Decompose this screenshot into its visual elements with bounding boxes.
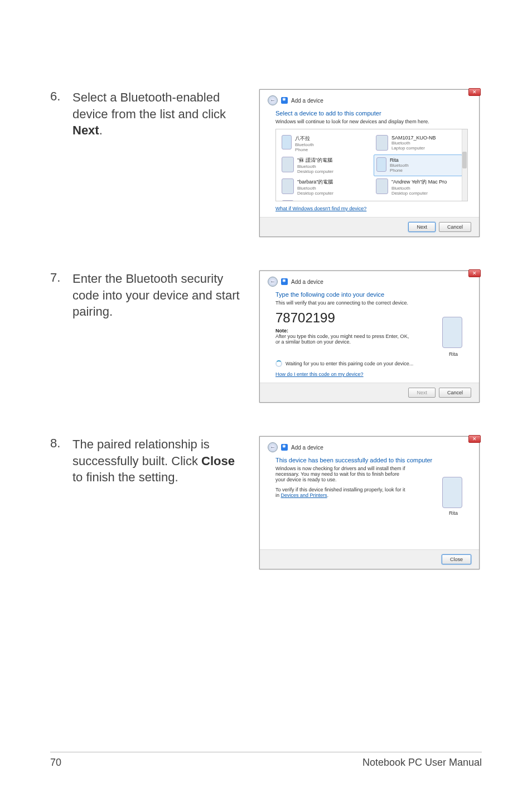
dialog-title: Add a device bbox=[291, 279, 323, 285]
waiting-text: Waiting for you to enter this pairing co… bbox=[286, 361, 413, 366]
dialog-title: Add a device bbox=[291, 98, 323, 104]
add-device-dialog-3: ✕ ← Add a device This device has been su… bbox=[259, 436, 480, 569]
phone-icon bbox=[442, 477, 462, 508]
laptop-icon bbox=[376, 135, 388, 151]
body-text-1: Windows is now checking for drivers and … bbox=[275, 466, 409, 482]
back-icon[interactable]: ← bbox=[268, 95, 278, 105]
dialog-subtext: Windows will continue to look for new de… bbox=[275, 119, 468, 124]
add-device-dialog-2: ✕ ← Add a device Type the following code… bbox=[259, 270, 480, 403]
scrollbar[interactable] bbox=[462, 129, 467, 201]
cancel-button[interactable]: Cancel bbox=[439, 388, 471, 398]
dialog-instruction: Select a device to add to this computer bbox=[275, 110, 468, 117]
close-icon[interactable]: ✕ bbox=[468, 88, 481, 96]
bluetooth-icon bbox=[281, 444, 288, 451]
page-number: 70 bbox=[50, 757, 61, 769]
phone-icon bbox=[282, 135, 292, 149]
step-7-text: Enter the Bluetooth security code into y… bbox=[72, 270, 259, 320]
phone-icon bbox=[376, 157, 386, 172]
manual-title: Notebook PC User Manual bbox=[362, 757, 482, 769]
how-to-enter-link[interactable]: How do I enter this code on my device? bbox=[275, 371, 364, 377]
desktop-icon bbox=[282, 157, 294, 172]
phone-icon bbox=[442, 317, 462, 348]
bluetooth-icon bbox=[281, 278, 288, 285]
device-item[interactable]: "Andrew Yeh"的 Mac Pro Bluetooth Desktop … bbox=[374, 176, 462, 198]
desktop-icon bbox=[376, 178, 388, 194]
dialog-header: ← Add a device bbox=[260, 271, 479, 289]
dialog-instruction: This device has been successfully added … bbox=[275, 457, 468, 463]
note-label: Note: bbox=[275, 328, 468, 334]
bluetooth-icon bbox=[281, 97, 288, 104]
device-list: 八不拉 Bluetooth Phone SAM1017_KUO-NB Bluet… bbox=[275, 129, 468, 201]
dialog-instruction: Type the following code into your device bbox=[275, 291, 468, 298]
what-if-link[interactable]: What if Windows doesn't find my device? bbox=[275, 206, 366, 211]
device-item[interactable]: "barbara"的電腦 Bluetooth Desktop computer bbox=[279, 176, 368, 198]
dialog-subtext: This will verify that you are connecting… bbox=[275, 300, 468, 306]
step-7-number: 7. bbox=[50, 270, 72, 285]
laptop-icon bbox=[282, 200, 294, 201]
next-button: Next bbox=[408, 388, 436, 398]
step-7: 7. Enter the Bluetooth security code int… bbox=[50, 270, 482, 403]
page-footer: 70 Notebook PC User Manual bbox=[50, 752, 482, 769]
device-item[interactable]: YL_HSIEH-NB Bluetooth bbox=[279, 198, 368, 201]
device-label: Rita bbox=[449, 510, 458, 516]
desktop-icon bbox=[282, 178, 294, 194]
step-6: 6. Select a Bluetooth-enabled device fro… bbox=[50, 89, 482, 237]
spinner-icon bbox=[275, 360, 282, 367]
step-8-text: The paired relationship is successfully … bbox=[72, 436, 259, 486]
next-button[interactable]: Next bbox=[408, 222, 436, 232]
note-text: After you type this code, you might need… bbox=[275, 334, 409, 345]
devices-printers-link[interactable]: Devices and Printers bbox=[281, 492, 327, 498]
step-6-number: 6. bbox=[50, 89, 72, 104]
dialog-header: ← Add a device bbox=[260, 437, 479, 455]
step-8-number: 8. bbox=[50, 436, 72, 451]
close-icon[interactable]: ✕ bbox=[468, 269, 481, 277]
device-item[interactable]: "蘇 謹清"的電腦 Bluetooth Desktop computer bbox=[279, 154, 368, 176]
close-icon[interactable]: ✕ bbox=[468, 435, 481, 443]
dialog-header: ← Add a device bbox=[260, 90, 479, 108]
device-item[interactable]: 八不拉 Bluetooth Phone bbox=[279, 133, 368, 154]
cancel-button[interactable]: Cancel bbox=[439, 222, 471, 232]
device-label: Rita bbox=[449, 351, 458, 357]
device-item[interactable]: SAM1017_KUO-NB Bluetooth Laptop computer bbox=[374, 133, 462, 154]
dialog-title: Add a device bbox=[291, 445, 323, 451]
add-device-dialog-1: ✕ ← Add a device Select a device to add … bbox=[259, 89, 480, 237]
body-text-2: To verify if this device finished instal… bbox=[275, 487, 409, 498]
pairing-code: 78702199 bbox=[275, 310, 468, 326]
close-button[interactable]: Close bbox=[442, 554, 471, 564]
device-item-selected[interactable]: Rita Bluetooth Phone bbox=[374, 154, 462, 176]
back-icon[interactable]: ← bbox=[268, 277, 278, 287]
step-8: 8. The paired relationship is successful… bbox=[50, 436, 482, 569]
back-icon[interactable]: ← bbox=[268, 442, 278, 452]
step-6-text: Select a Bluetooth-enabled device from t… bbox=[72, 89, 259, 139]
